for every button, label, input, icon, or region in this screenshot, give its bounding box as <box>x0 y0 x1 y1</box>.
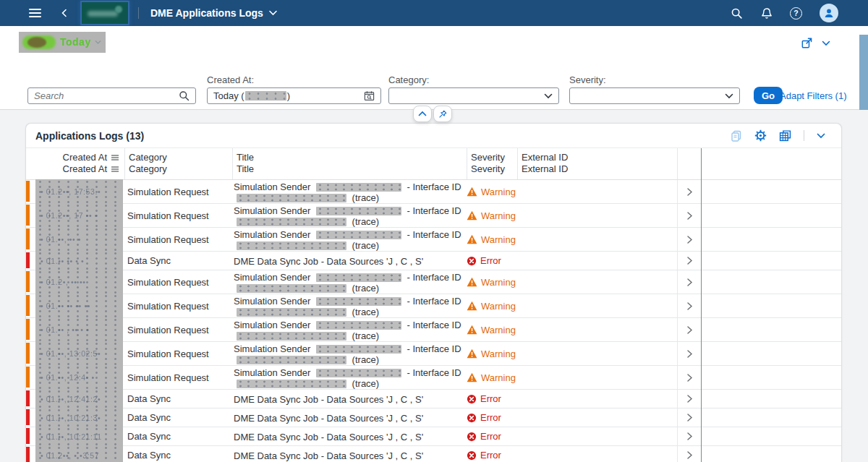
table-row[interactable]: • 01.••, 12:41:2•Data SyncDME Data Sync … <box>26 390 841 408</box>
search-icon[interactable] <box>731 7 743 20</box>
redacted-text <box>316 369 401 377</box>
date-range-icon[interactable] <box>364 90 375 101</box>
table-row[interactable]: • 01.2••, • •3:57Data SyncDME Data Sync … <box>26 446 841 462</box>
row-navigation-chevron[interactable] <box>677 390 701 408</box>
column-header-external-id[interactable]: External IDExternal ID <box>517 148 676 179</box>
redacted-text <box>237 284 346 293</box>
bell-icon[interactable] <box>760 7 773 20</box>
row-navigation-chevron[interactable] <box>677 318 701 341</box>
pin-header-button[interactable] <box>433 106 452 122</box>
row-status-strip <box>26 367 30 388</box>
menu-icon[interactable] <box>29 7 41 20</box>
row-navigation-chevron[interactable] <box>677 252 701 270</box>
column-header-category[interactable]: CategoryCategory <box>124 148 231 179</box>
cell-created-at: • 01.2••, 17:53.• <box>35 179 123 204</box>
cell-category: Data Sync <box>124 252 231 270</box>
export-icon[interactable] <box>779 129 791 142</box>
cell-created-at: • 01.2•, •• •• <box>35 270 123 294</box>
cell-severity: Error <box>467 427 535 445</box>
table-row[interactable]: • 01.••, 10:21:11Data SyncDME Data Sync … <box>26 427 841 446</box>
collapse-header-button[interactable] <box>413 106 432 122</box>
variant-selector[interactable]: Today <box>19 32 106 53</box>
warning-icon <box>467 210 477 221</box>
row-status-strip <box>26 228 30 249</box>
column-header-severity[interactable]: SeveritySeverity <box>467 148 516 179</box>
cell-created-at: • 01.••, 13:02:5• <box>35 341 123 366</box>
help-icon[interactable]: ? <box>790 7 802 20</box>
cell-category: Simulation Request <box>124 318 231 341</box>
created-at-input[interactable]: Today () <box>207 87 381 104</box>
cell-title: DME Data Sync Job - Data Sources 'J , C … <box>232 446 465 462</box>
redacted-text <box>237 218 346 226</box>
search-icon[interactable] <box>179 90 190 101</box>
page-header: Today <box>0 26 868 69</box>
cell-severity: Warning <box>467 318 535 341</box>
column-filter-icon <box>111 154 119 161</box>
row-status-strip <box>26 181 30 202</box>
cell-created-at: • 01.••, 12:4• • <box>35 365 123 390</box>
settings-icon[interactable] <box>754 129 767 142</box>
row-navigation-chevron[interactable] <box>677 204 701 227</box>
row-navigation-chevron[interactable] <box>677 270 701 294</box>
redacted-text <box>316 297 401 306</box>
app-title: DME Applications Logs <box>150 7 263 19</box>
back-icon[interactable] <box>60 9 69 17</box>
cell-created-at: • 01.••, 10:21:11 <box>35 427 123 446</box>
row-navigation-chevron[interactable] <box>677 366 701 389</box>
table-row[interactable]: • 01.••, 13:02:5•Simulation RequestSimul… <box>26 342 841 366</box>
severity-select[interactable] <box>569 87 740 104</box>
cell-category: Data Sync <box>124 390 231 408</box>
cell-title: DME Data Sync Job - Data Sources 'J , C … <box>232 427 465 445</box>
table-row[interactable]: • 01.•• •• •• ••Simulation RequestSimula… <box>26 294 841 318</box>
share-icon[interactable] <box>801 37 813 49</box>
table-row[interactable]: • 01.•• , •• • •Simulation RequestSimula… <box>26 318 841 342</box>
row-navigation-chevron[interactable] <box>677 427 701 445</box>
row-navigation-chevron[interactable] <box>677 408 701 427</box>
share-chevron-down-icon[interactable] <box>822 40 830 46</box>
row-navigation-chevron[interactable] <box>677 342 701 365</box>
row-navigation-chevron[interactable] <box>677 446 701 462</box>
adapt-filters-link[interactable]: Adapt Filters (1) <box>780 90 846 101</box>
row-navigation-chevron[interactable] <box>677 180 701 203</box>
table-row[interactable]: • 01.••, 10:21:3•Data SyncDME Data Sync … <box>26 408 841 427</box>
row-status-strip <box>26 343 30 364</box>
app-title-menu[interactable]: DME Applications Logs <box>150 7 277 19</box>
company-logo <box>82 2 128 24</box>
table-row[interactable]: • 01.2•, •• ••Simulation RequestSimulati… <box>26 270 841 294</box>
row-navigation-chevron[interactable] <box>677 294 701 317</box>
cell-severity: Warning <box>467 270 535 294</box>
go-button[interactable]: Go <box>754 87 783 104</box>
cell-severity: Warning <box>467 228 535 251</box>
row-navigation-chevron[interactable] <box>677 228 701 251</box>
table-title: Applications Logs (13) <box>35 130 144 142</box>
redacted-text <box>237 332 346 341</box>
table-row[interactable]: • 01.••, 12:4• •Simulation RequestSimula… <box>26 366 841 390</box>
redacted-text <box>316 207 401 215</box>
copy-icon[interactable] <box>731 130 742 142</box>
cell-category: Simulation Request <box>124 270 231 294</box>
column-header-title[interactable]: TitleTitle <box>232 148 465 179</box>
chevron-right-icon <box>686 301 693 311</box>
table-row[interactable]: • 01.••, •• •Simulation RequestSimulatio… <box>26 228 841 252</box>
row-status-strip <box>26 447 30 462</box>
avatar[interactable] <box>820 4 838 22</box>
cell-title: DME Data Sync Job - Data Sources 'J , C … <box>232 408 465 427</box>
chevron-right-icon <box>686 211 693 221</box>
redacted-text <box>237 308 346 317</box>
column-header-created-at[interactable]: Created AtCreated At <box>35 148 123 179</box>
warning-icon <box>467 325 477 335</box>
table-row[interactable]: • 01.2••, 17 •• •Simulation RequestSimul… <box>26 204 841 228</box>
cell-title: Simulation Sender - Interface ID (trace) <box>232 342 465 365</box>
chevron-right-icon <box>686 373 693 382</box>
error-icon <box>467 432 477 442</box>
cell-category: Simulation Request <box>124 366 231 389</box>
search-input[interactable]: Search <box>27 87 196 104</box>
table-row[interactable]: • 01.2••, 17:53.•Simulation RequestSimul… <box>26 180 841 204</box>
table-row[interactable]: • 01.•• •• • •Data SyncDME Data Sync Job… <box>26 252 841 270</box>
redacted-text <box>237 356 346 364</box>
table-chevron-down-icon[interactable] <box>817 133 825 139</box>
vertical-scrollbar[interactable] <box>859 35 868 110</box>
filter-bar: Search Created At: Today () Category: Se… <box>0 69 868 110</box>
category-select[interactable] <box>388 87 559 104</box>
cell-category: Simulation Request <box>124 180 231 203</box>
